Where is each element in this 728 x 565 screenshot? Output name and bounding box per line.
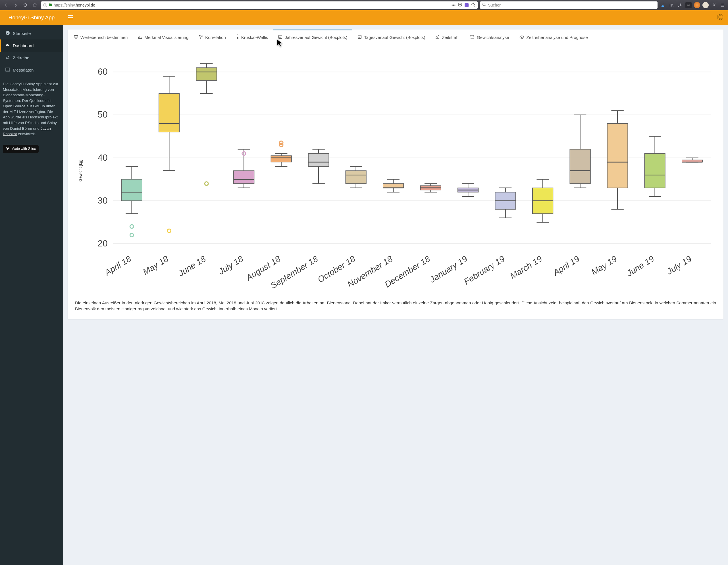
svg-text:May 18: May 18 <box>141 254 170 277</box>
tab-label: Wertebereich bestimmen <box>80 35 128 40</box>
tab-jahresverlauf-gewicht-boxplots-[interactable]: Jahresverlauf Gewicht (Boxplots) <box>273 30 352 44</box>
tab-korrelation[interactable]: Korrelation <box>194 30 231 44</box>
tab-zeitstrahl[interactable]: Zeitstrahl <box>430 30 465 44</box>
downloads-icon[interactable] <box>660 2 666 8</box>
forward-button[interactable] <box>12 1 19 9</box>
tab-merkmal-visualisierung[interactable]: Merkmal Visualisierung <box>133 30 194 44</box>
bookmark-star-icon[interactable] <box>471 2 475 8</box>
svg-point-55 <box>130 225 134 229</box>
extension-globe-icon[interactable] <box>694 2 700 8</box>
svg-point-13 <box>74 35 78 36</box>
svg-text:20: 20 <box>98 239 108 249</box>
svg-rect-16 <box>141 37 142 38</box>
main-content: Wertebereich bestimmenMerkmal Visualisie… <box>63 25 728 565</box>
lock-icon <box>49 3 52 7</box>
library-icon[interactable] <box>668 2 675 8</box>
tab-wertebereich-bestimmen[interactable]: Wertebereich bestimmen <box>69 30 133 44</box>
svg-point-54 <box>130 234 134 237</box>
dev-tools-icon[interactable] <box>677 2 683 8</box>
svg-text:July 18: July 18 <box>217 254 245 276</box>
page-actions-icon[interactable]: ••• <box>452 3 456 7</box>
svg-rect-14 <box>138 37 139 38</box>
svg-point-22 <box>237 37 238 39</box>
overflow-icon[interactable] <box>711 2 717 8</box>
tab-label: Gewichtsanalyse <box>477 35 509 40</box>
svg-rect-9 <box>6 68 10 71</box>
url-text: https://shiny.honeypi.de <box>54 3 95 7</box>
sidebar-item-label: Zeitreihe <box>13 55 29 60</box>
svg-rect-77 <box>234 171 254 184</box>
svg-rect-52 <box>122 179 142 201</box>
sidebar-toggle-button[interactable] <box>68 15 73 21</box>
tab-gewichtsanalyse[interactable]: Gewichtsanalyse <box>465 30 514 44</box>
svg-rect-108 <box>383 184 403 188</box>
back-button[interactable] <box>2 1 10 9</box>
net-icon <box>199 35 203 40</box>
svg-rect-157 <box>644 154 665 188</box>
tab-tagesverlauf-gewicht-boxplots-[interactable]: Tagesverlauf Gewicht (Boxplots) <box>352 30 430 44</box>
sidebar-item-zeitreihe[interactable]: Zeitreihe <box>0 52 63 64</box>
y-axis-label: Gewicht [kg] <box>78 160 83 182</box>
sidebar-item-label: Dashboard <box>13 43 34 48</box>
svg-point-63 <box>167 229 171 233</box>
svg-rect-6 <box>7 33 8 34</box>
tab-kruskal-wallis[interactable]: Kruskal-Wallis <box>231 30 273 44</box>
reload-button[interactable] <box>22 1 29 9</box>
extension-avatar-icon[interactable] <box>702 2 709 8</box>
sidebar-item-startseite[interactable]: Startseite <box>0 27 63 39</box>
pocket-icon[interactable] <box>458 2 462 8</box>
tab-label: Zeitreihenanalyse und Prognose <box>527 35 588 40</box>
svg-text:30: 30 <box>98 196 108 206</box>
svg-rect-32 <box>359 37 359 37</box>
search-bar[interactable]: Suchen <box>480 1 658 9</box>
info-icon[interactable]: i <box>43 3 47 7</box>
tab-label: Tagesverlauf Gewicht (Boxplots) <box>364 35 425 40</box>
svg-text:July 19: July 19 <box>665 254 693 276</box>
sidebar-description: Die HoneyPi Shiny App dient zur Messdate… <box>0 76 63 142</box>
db-icon <box>74 35 78 40</box>
app-title: HoneyPi Shiny App <box>0 14 63 21</box>
search-icon <box>482 3 486 7</box>
tab-label: Korrelation <box>205 35 226 40</box>
svg-text:June 19: June 19 <box>625 254 656 278</box>
url-bar[interactable]: i https://shiny.honeypi.de ••• <box>41 1 478 9</box>
tab-zeitreihenanalyse-und-prognose[interactable]: Zeitreihenanalyse und Prognose <box>514 30 593 44</box>
search-placeholder: Suchen <box>488 3 501 7</box>
svg-text:50: 50 <box>98 110 108 120</box>
svg-rect-35 <box>359 37 359 38</box>
svg-rect-7 <box>7 32 8 32</box>
svg-rect-34 <box>360 37 361 37</box>
bar-icon <box>138 35 142 40</box>
svg-rect-101 <box>346 171 366 184</box>
container-icon[interactable] <box>465 3 469 7</box>
svg-text:June 18: June 18 <box>176 254 207 278</box>
svg-text:January 19: January 19 <box>428 254 469 284</box>
svg-rect-21 <box>237 35 238 37</box>
svg-rect-15 <box>140 36 140 38</box>
info-icon <box>5 31 10 36</box>
menu-icon[interactable] <box>719 2 726 8</box>
svg-text:March 19: March 19 <box>508 254 544 281</box>
sidebar-item-messdaten[interactable]: Messdaten <box>0 64 63 76</box>
made-with-badge[interactable]: Made with Gifox <box>3 145 39 153</box>
cal-icon <box>278 35 282 40</box>
home-button[interactable] <box>31 1 39 9</box>
extension-ublock-icon[interactable]: uo <box>685 2 692 8</box>
svg-rect-69 <box>196 68 217 80</box>
svg-text:April 19: April 19 <box>551 254 581 278</box>
app-header: HoneyPi Shiny App <box>0 10 728 25</box>
dashboard-panel: Wertebereich bestimmenMerkmal Visualisie… <box>68 30 723 319</box>
svg-line-2 <box>485 5 486 6</box>
svg-rect-29 <box>280 37 281 38</box>
boxplot-chart[interactable]: 2030405060April 18May 18June 18July 18Au… <box>73 52 718 292</box>
svg-rect-143 <box>570 149 590 184</box>
scale-icon <box>470 35 475 40</box>
svg-rect-25 <box>279 37 280 37</box>
table-icon <box>5 67 10 73</box>
svg-rect-36 <box>359 37 360 38</box>
header-logo <box>717 13 724 22</box>
sidebar-item-dashboard[interactable]: Dashboard <box>0 39 63 52</box>
svg-rect-85 <box>271 156 292 162</box>
svg-text:April 18: April 18 <box>103 254 133 278</box>
svg-rect-26 <box>280 37 281 37</box>
